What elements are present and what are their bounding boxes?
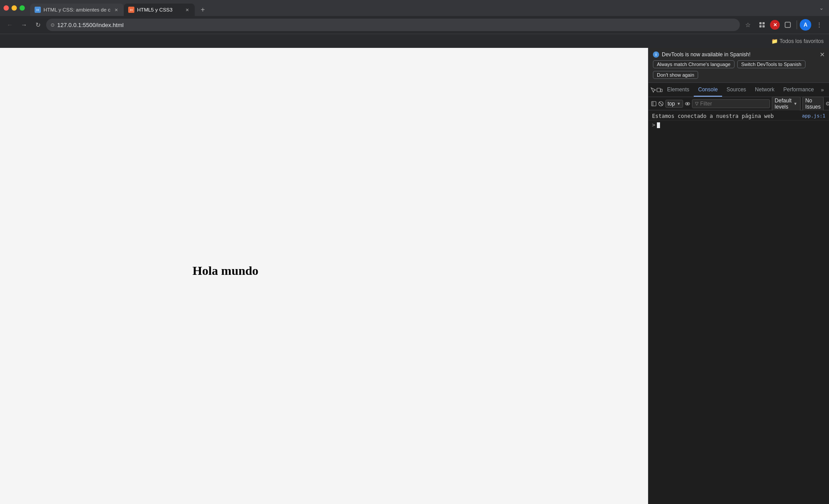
browser-window: H HTML y CSS: ambientes de c ✕ H HTML5 y… <box>0 0 829 504</box>
context-selector[interactable]: top ▼ <box>665 100 683 108</box>
svg-rect-2 <box>759 25 762 27</box>
eye-icon[interactable] <box>685 99 690 109</box>
more-tabs-button[interactable]: » <box>819 85 826 95</box>
folder-icon: 📁 <box>771 38 778 44</box>
default-levels-button[interactable]: Default levels ▼ <box>772 97 801 111</box>
menu-button[interactable]: ⋮ <box>813 19 825 31</box>
tab-2[interactable]: H HTML5 y CSS3 ✕ <box>124 4 195 16</box>
filter-input-container[interactable]: ▽ <box>692 99 770 108</box>
bookmarks-label: 📁 Todos los favoritos <box>771 38 824 44</box>
notification-text: DevTools is now available in Spanish! <box>662 51 750 58</box>
tab-1[interactable]: H HTML y CSS: ambientes de c ✕ <box>30 4 124 16</box>
tab-favicon-2: H <box>128 7 134 13</box>
match-language-button[interactable]: Always match Chrome's language <box>653 60 735 68</box>
svg-line-10 <box>659 102 663 105</box>
svg-rect-6 <box>660 89 662 92</box>
nav-divider <box>797 20 797 29</box>
bookmarks-text: Todos los favoritos <box>780 38 824 44</box>
notification-title: i DevTools is now available in Spanish! <box>653 51 825 58</box>
console-toolbar: top ▼ ▽ Default levels ▼ No Issues ⚙ <box>648 97 829 110</box>
console-log-file[interactable]: app.js:1 <box>802 113 825 119</box>
levels-dropdown-icon: ▼ <box>794 102 798 106</box>
nav-actions: ☆ ✕ A ⋮ <box>742 19 825 31</box>
bookmarks-bar: 📁 Todos los favoritos <box>0 34 829 48</box>
profile-button[interactable]: A <box>800 19 811 31</box>
download-button[interactable] <box>782 19 794 31</box>
no-issues-button[interactable]: No Issues <box>802 97 824 111</box>
back-button[interactable]: ← <box>4 19 16 31</box>
console-settings-button[interactable]: ⚙ <box>825 99 829 109</box>
tab-sources[interactable]: Sources <box>722 83 750 97</box>
devtools-notification: i DevTools is now available in Spanish! … <box>648 48 829 83</box>
tabs-right: ⌄ <box>817 3 825 13</box>
tab-performance[interactable]: Performance <box>779 83 818 97</box>
notification-buttons: Always match Chrome's language Switch De… <box>653 60 825 79</box>
main-area: Hola mundo i DevTools is now available i… <box>0 48 829 504</box>
prompt-cursor <box>657 122 660 128</box>
console-log-text: Estamos conectado a nuestra página web <box>652 113 802 119</box>
page-heading: Hola mundo <box>193 264 259 278</box>
extensions-button[interactable] <box>756 19 768 31</box>
tab-close-1[interactable]: ✕ <box>113 7 119 13</box>
tabs-bar: H HTML y CSS: ambientes de c ✕ H HTML5 y… <box>30 0 814 16</box>
svg-rect-1 <box>762 22 765 24</box>
tab-title-1: HTML y CSS: ambientes de c <box>43 7 110 12</box>
prompt-symbol: > <box>652 122 655 128</box>
no-issues-text: No Issues <box>805 98 821 110</box>
webpage: Hola mundo <box>0 48 648 504</box>
svg-rect-4 <box>785 22 790 27</box>
bookmark-star-button[interactable]: ☆ <box>742 19 754 31</box>
address-text: 127.0.0.1:5500/index.html <box>57 22 735 28</box>
filter-input[interactable] <box>700 101 767 107</box>
maximize-button[interactable] <box>20 5 25 11</box>
new-tab-button[interactable]: + <box>196 4 209 16</box>
console-sidebar-button[interactable] <box>651 99 656 109</box>
tab-elements[interactable]: Elements <box>663 83 694 97</box>
title-bar: H HTML y CSS: ambientes de c ✕ H HTML5 y… <box>0 0 829 16</box>
devtools-tabs: Elements Console Sources Network Perform… <box>648 83 829 97</box>
minimize-button[interactable] <box>12 5 17 11</box>
address-bar[interactable]: ⊙ 127.0.0.1:5500/index.html <box>46 19 740 31</box>
devtools-panel: i DevTools is now available in Spanish! … <box>648 48 829 504</box>
close-button[interactable] <box>4 5 9 11</box>
context-dropdown-icon: ▼ <box>677 102 681 106</box>
tab-close-2[interactable]: ✕ <box>184 7 190 13</box>
tab-network[interactable]: Network <box>750 83 779 97</box>
filter-icon: ▽ <box>695 101 699 106</box>
console-prompt[interactable]: > <box>648 121 829 129</box>
device-toolbar-icon[interactable] <box>656 84 663 96</box>
elements-pointer-icon[interactable] <box>650 84 656 96</box>
switch-spanish-button[interactable]: Switch DevTools to Spanish <box>737 60 805 68</box>
security-icon: ⊙ <box>51 22 55 28</box>
notification-close-button[interactable]: ✕ <box>818 51 826 59</box>
reload-button[interactable]: ↻ <box>32 19 44 31</box>
tab-console[interactable]: Console <box>694 83 722 97</box>
tab-favicon-1: H <box>35 7 41 13</box>
svg-rect-7 <box>652 102 656 106</box>
console-output: Estamos conectado a nuestra página web a… <box>648 110 829 504</box>
info-icon: i <box>653 51 659 58</box>
devtools-settings-button[interactable]: ⚙ <box>826 84 829 96</box>
svg-rect-0 <box>759 22 762 24</box>
forward-button[interactable]: → <box>18 19 30 31</box>
clear-console-button[interactable] <box>658 99 664 109</box>
default-levels-text: Default levels <box>775 98 792 110</box>
devtools-tabs-right: ⚙ ⋮ ✕ <box>826 84 829 96</box>
extension-icon[interactable]: ✕ <box>770 20 780 30</box>
svg-rect-5 <box>657 88 660 92</box>
console-log-entry: Estamos conectado a nuestra página web a… <box>648 112 829 121</box>
tab-expand-button[interactable]: ⌄ <box>817 3 825 13</box>
traffic-lights <box>4 5 25 11</box>
svg-point-12 <box>687 103 688 104</box>
context-value: top <box>668 101 675 107</box>
nav-bar: ← → ↻ ⊙ 127.0.0.1:5500/index.html ☆ ✕ A … <box>0 16 829 34</box>
page-content: Hola mundo <box>193 264 259 278</box>
svg-rect-3 <box>762 25 765 27</box>
tab-title-2: HTML5 y CSS3 <box>137 7 181 12</box>
dismiss-button[interactable]: Don't show again <box>653 71 698 79</box>
